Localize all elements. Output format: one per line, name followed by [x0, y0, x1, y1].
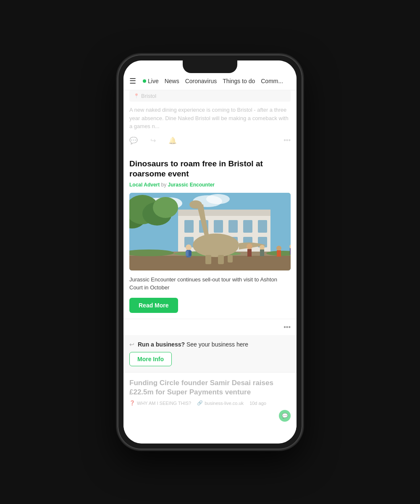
svg-point-34 [186, 244, 192, 250]
svg-rect-14 [214, 220, 223, 233]
source-meta: 🔗 business-live.co.uk [197, 400, 244, 406]
screen-content: ☰ Live News Coronavirus Things to do Com… [123, 60, 297, 444]
nav-items: Live News Coronavirus Things to do Comm.… [143, 78, 283, 84]
byline-label: Local Advert [129, 182, 160, 188]
svg-rect-17 [258, 220, 267, 233]
comment-icon[interactable]: 💬 [129, 136, 138, 144]
svg-rect-43 [277, 250, 281, 257]
nav-item-community[interactable]: Comm... [261, 78, 283, 84]
more-options-icon[interactable]: ••• [284, 136, 291, 144]
svg-point-38 [247, 244, 252, 249]
phone-frame: ☰ Live News Coronavirus Things to do Com… [118, 55, 302, 449]
article-title: Dinosaurs to roam free in Bristol at roa… [129, 159, 291, 179]
svg-rect-12 [184, 220, 194, 233]
phone-screen: ☰ Live News Coronavirus Things to do Com… [123, 60, 297, 444]
notch [183, 60, 237, 73]
bottom-article: Funding Circle founder Samir Desai raise… [123, 373, 297, 408]
nav-item-coronavirus[interactable]: Coronavirus [185, 78, 217, 84]
nav-item-news[interactable]: News [165, 78, 179, 84]
hamburger-menu[interactable]: ☰ [129, 76, 136, 86]
bottom-article-meta: ❓ WHY AM I SEEING THIS? 🔗 business-live.… [129, 400, 291, 406]
action-row: 💬 ↪ 🔔 ••• [129, 135, 291, 146]
bell-icon[interactable]: 🔔 [168, 136, 177, 144]
nav-item-things-to-do[interactable]: Things to do [223, 78, 255, 84]
nav-item-live[interactable]: Live [143, 78, 159, 84]
business-promo: ↩ Run a business? See your business here… [123, 335, 297, 373]
article-byline: Local Advert by Jurassic Encounter [129, 182, 291, 188]
svg-rect-45 [290, 248, 291, 255]
svg-rect-37 [189, 251, 192, 256]
svg-point-5 [206, 194, 230, 204]
svg-rect-41 [260, 249, 264, 256]
why-icon: ❓ [129, 400, 135, 406]
faded-description: A new naked dining experience is coming … [129, 106, 291, 131]
article-image [129, 193, 291, 270]
location-pin-icon: 📍 [134, 93, 139, 99]
location-bar: 📍 Bristol [129, 90, 291, 102]
why-seeing-this[interactable]: ❓ WHY AM I SEEING THIS? [129, 400, 191, 406]
business-text: Run a business? See your business here [138, 341, 248, 348]
svg-rect-16 [243, 220, 252, 233]
svg-rect-11 [178, 210, 270, 216]
share-icon[interactable]: ↪ [150, 136, 156, 144]
article-description: Jurassic Encounter continues sell-out to… [129, 276, 291, 292]
promo-arrow-icon: ↩ [129, 341, 134, 348]
svg-point-42 [276, 246, 281, 251]
business-row: ↩ Run a business? See your business here [129, 341, 291, 348]
chat-bubble-button[interactable]: 💬 [279, 410, 291, 422]
svg-rect-36 [186, 251, 188, 256]
svg-point-9 [153, 197, 178, 218]
svg-rect-39 [247, 249, 252, 257]
location-text: Bristol [141, 93, 156, 99]
live-dot [143, 79, 146, 83]
article-card: Dinosaurs to roam free in Bristol at roa… [123, 152, 297, 319]
svg-rect-31 [205, 255, 211, 264]
faded-card: 📍 Bristol A new naked dining experience … [123, 90, 297, 152]
byline-source[interactable]: Jurassic Encounter [168, 182, 215, 188]
svg-rect-15 [228, 220, 238, 233]
byline-by: by [161, 182, 168, 188]
svg-point-29 [193, 234, 239, 257]
time-meta: 10d ago [249, 401, 266, 406]
link-icon: 🔗 [197, 400, 203, 406]
more-info-button[interactable]: More Info [129, 352, 172, 366]
svg-rect-33 [228, 255, 233, 262]
read-more-button[interactable]: Read More [129, 298, 178, 313]
bottom-article-title: Funding Circle founder Samir Desai raise… [129, 378, 291, 397]
svg-point-40 [260, 245, 265, 250]
svg-point-30 [189, 200, 202, 209]
svg-rect-32 [218, 255, 224, 264]
card-area: 📍 Bristol A new naked dining experience … [123, 90, 297, 440]
article-more-options[interactable]: ••• [123, 319, 297, 335]
